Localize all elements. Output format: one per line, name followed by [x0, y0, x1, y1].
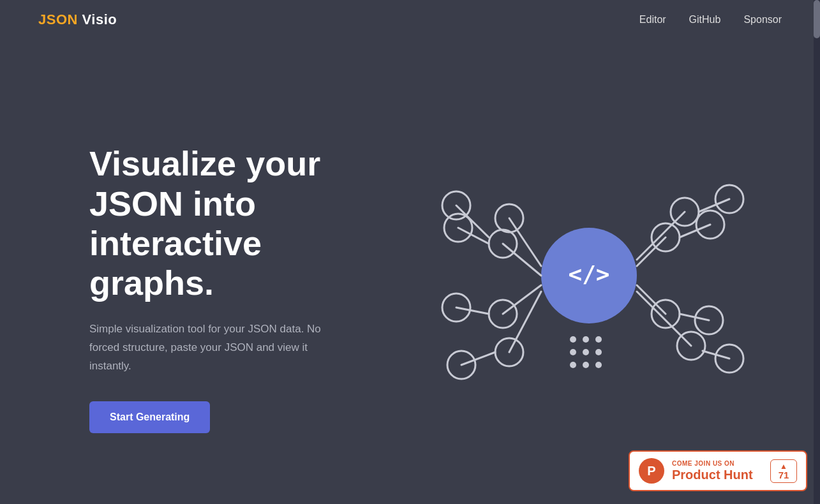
svg-line-20	[461, 352, 495, 365]
nav-sponsor[interactable]: Sponsor	[743, 14, 782, 25]
hero-section: Visualize your JSON into interactive gra…	[0, 40, 820, 499]
navbar: JSON Visio Editor GitHub Sponsor	[0, 0, 820, 40]
svg-point-36	[595, 336, 602, 343]
nav-links: Editor GitHub Sponsor	[639, 14, 782, 26]
svg-line-4	[503, 285, 541, 314]
product-hunt-badge[interactable]: P COME JOIN US ON Product Hunt ▲ 71	[629, 450, 807, 491]
product-hunt-come-label: COME JOIN US ON	[672, 460, 763, 467]
json-diagram: </>	[410, 154, 768, 397]
nav-editor[interactable]: Editor	[639, 14, 666, 25]
svg-line-16	[456, 205, 489, 237]
svg-line-18	[456, 308, 489, 314]
hero-subtitle: Simple visualization tool for your JSON …	[89, 320, 325, 376]
svg-point-38	[583, 349, 589, 355]
logo[interactable]: JSON Visio	[38, 11, 117, 28]
svg-line-2	[503, 244, 541, 276]
svg-point-35	[583, 336, 589, 343]
product-hunt-icon: P	[639, 458, 664, 484]
product-hunt-text: COME JOIN US ON Product Hunt	[672, 460, 763, 482]
product-hunt-votes: ▲ 71	[770, 459, 797, 483]
svg-text:</>: </>	[568, 261, 609, 287]
svg-point-39	[595, 349, 602, 355]
upvote-arrow-icon: ▲	[780, 463, 787, 470]
svg-point-40	[570, 362, 576, 368]
svg-line-28	[699, 199, 729, 212]
hero-visual: </>	[396, 154, 782, 397]
svg-point-41	[583, 362, 589, 368]
logo-visio: Visio	[82, 11, 117, 27]
svg-line-7	[637, 212, 685, 260]
svg-point-37	[570, 349, 576, 355]
logo-json: JSON	[38, 11, 78, 27]
product-hunt-name: Product Hunt	[672, 467, 763, 482]
svg-point-42	[595, 362, 602, 368]
start-generating-button[interactable]: Start Generating	[89, 401, 210, 433]
nav-github[interactable]: GitHub	[689, 14, 721, 25]
hero-text-block: Visualize your JSON into interactive gra…	[89, 144, 396, 433]
vote-count: 71	[779, 470, 789, 480]
scrollbar-track	[814, 0, 820, 504]
svg-line-3	[509, 218, 541, 266]
svg-point-34	[570, 336, 576, 343]
hero-title: Visualize your JSON into interactive gra…	[89, 144, 396, 302]
